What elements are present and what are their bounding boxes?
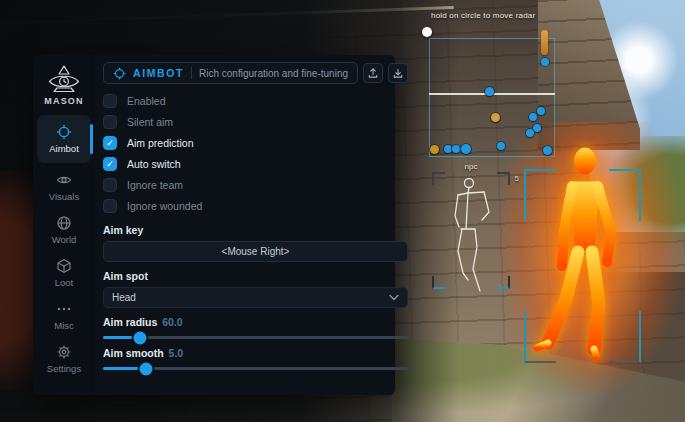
radar-widget[interactable] (429, 38, 555, 157)
radar-dot-enemy (485, 87, 494, 96)
export-config-button[interactable] (363, 63, 383, 83)
slider-value: 5.0 (169, 347, 184, 359)
checked-checkbox-icon[interactable]: ✓ (103, 136, 117, 150)
radar-dot-enemy (444, 145, 452, 153)
ellipsis-icon (56, 301, 72, 317)
slider-label: Aim radius (103, 316, 157, 328)
import-config-button[interactable] (388, 63, 408, 83)
offscreen-marker-dot (541, 58, 549, 66)
header-row: AIMBOT Rich configuration and fine-tunin… (103, 62, 408, 84)
slider-track[interactable] (103, 336, 408, 339)
crosshair-icon (56, 124, 72, 140)
upload-icon (367, 67, 379, 79)
menu-content: AIMBOT Rich configuration and fine-tunin… (95, 55, 426, 395)
checkbox-row-auto-switch[interactable]: ✓Auto switch (103, 153, 408, 174)
brand-name: MASON (44, 96, 84, 106)
sliders: Aim radius 60.0Aim smooth 5.0 (103, 316, 408, 370)
checkbox-row-aim-prediction[interactable]: ✓Aim prediction (103, 132, 408, 153)
active-tab-indicator (90, 124, 93, 154)
bracket-corner-icon (609, 311, 641, 363)
radar-dot-enemy (461, 144, 471, 154)
aimbot-section-icon (113, 67, 126, 80)
checkbox-label: Ignore team (127, 179, 183, 191)
sidebar-item-label: Misc (54, 320, 74, 331)
sidebar-item-label: Loot (55, 277, 74, 288)
mason-logo-icon (45, 64, 83, 94)
radar-dot-enemy (497, 142, 505, 150)
sidebar-item-label: World (52, 234, 77, 245)
slider-aim-smooth: Aim smooth 5.0 (103, 347, 408, 370)
divider (191, 67, 192, 79)
skeleton-esp: npc 5 (432, 163, 510, 296)
sidebar-item-world[interactable]: World (37, 209, 91, 251)
radar-hint-text: hold on circle to move radar (431, 11, 535, 20)
slider-thumb[interactable] (139, 362, 152, 375)
sidebar-item-label: Aimbot (49, 143, 79, 154)
radar-dot-enemy (452, 145, 460, 153)
player-esp-box (524, 169, 641, 363)
aim-key-value: <Mouse Right> (222, 246, 290, 257)
cheat-menu-window: MASON AimbotVisualsWorldLootMiscSettings… (33, 55, 395, 395)
aim-key-button[interactable]: <Mouse Right> (103, 241, 408, 262)
sidebar-item-aimbot[interactable]: Aimbot (37, 115, 91, 163)
game-screenshot: hold on circle to move radar npc 5 (0, 0, 685, 422)
bracket-corner-icon (524, 311, 556, 363)
aim-spot-label: Aim spot (103, 270, 408, 282)
checkbox-list: EnabledSilent aim✓Aim prediction✓Auto sw… (103, 90, 408, 216)
slider-aim-radius: Aim radius 60.0 (103, 316, 408, 339)
checkbox-label: Silent aim (127, 116, 173, 128)
radar-dot-enemy (537, 107, 545, 115)
sidebar-item-loot[interactable]: Loot (37, 252, 91, 294)
sidebar-item-label: Settings (47, 363, 81, 374)
aim-spot-select[interactable]: Head (103, 287, 408, 308)
unchecked-checkbox-icon[interactable] (103, 199, 117, 213)
sidebar: MASON AimbotVisualsWorldLootMiscSettings (33, 55, 95, 395)
box-icon (56, 258, 72, 274)
slider-caption: Aim smooth 5.0 (103, 347, 408, 359)
aim-key-label: Aim key (103, 224, 408, 236)
chevron-down-icon (389, 294, 399, 301)
aim-spot-value: Head (112, 292, 136, 303)
checkbox-label: Auto switch (127, 158, 181, 170)
sidebar-item-label: Visuals (49, 191, 79, 202)
skeleton-bones-icon (432, 163, 510, 296)
unchecked-checkbox-icon[interactable] (103, 115, 117, 129)
gear-icon (56, 344, 72, 360)
bracket-corner-icon (609, 169, 641, 221)
slider-caption: Aim radius 60.0 (103, 316, 408, 328)
sidebar-item-visuals[interactable]: Visuals (37, 166, 91, 208)
checkbox-label: Enabled (127, 95, 166, 107)
checkbox-row-enabled[interactable]: Enabled (103, 90, 408, 111)
radar-dot-self (430, 145, 439, 154)
eye-icon (56, 172, 72, 188)
checked-checkbox-icon[interactable]: ✓ (103, 157, 117, 171)
radar-dot-friend (491, 113, 500, 122)
radar-dot-enemy (526, 129, 534, 137)
player-distance-label: 5 (515, 174, 519, 183)
sidebar-item-misc[interactable]: Misc (37, 295, 91, 337)
brand: MASON (44, 64, 84, 106)
sidebar-item-settings[interactable]: Settings (37, 338, 91, 380)
download-icon (392, 67, 404, 79)
checkbox-label: Aim prediction (127, 137, 194, 149)
unchecked-checkbox-icon[interactable] (103, 178, 117, 192)
sidebar-nav: AimbotVisualsWorldLootMiscSettings (33, 115, 95, 381)
unchecked-checkbox-icon[interactable] (103, 94, 117, 108)
section-header: AIMBOT Rich configuration and fine-tunin… (103, 62, 358, 84)
globe-icon (56, 215, 72, 231)
radar-dot-enemy (529, 113, 537, 121)
bracket-corner-icon (524, 169, 556, 221)
radar-dot-enemy (543, 146, 552, 155)
section-subtitle: Rich configuration and fine-tuning (199, 68, 348, 79)
checkbox-row-silent-aim[interactable]: Silent aim (103, 111, 408, 132)
checkbox-label: Ignore wounded (127, 200, 202, 212)
section-title: AIMBOT (133, 67, 184, 79)
slider-track[interactable] (103, 367, 408, 370)
radar-dot-enemy (533, 124, 541, 132)
offscreen-marker-icon (541, 30, 548, 55)
radar-drag-handle[interactable] (422, 27, 432, 37)
checkbox-row-ignore-team[interactable]: Ignore team (103, 174, 408, 195)
slider-value: 60.0 (162, 316, 182, 328)
slider-thumb[interactable] (133, 331, 146, 344)
checkbox-row-ignore-wounded[interactable]: Ignore wounded (103, 195, 408, 216)
